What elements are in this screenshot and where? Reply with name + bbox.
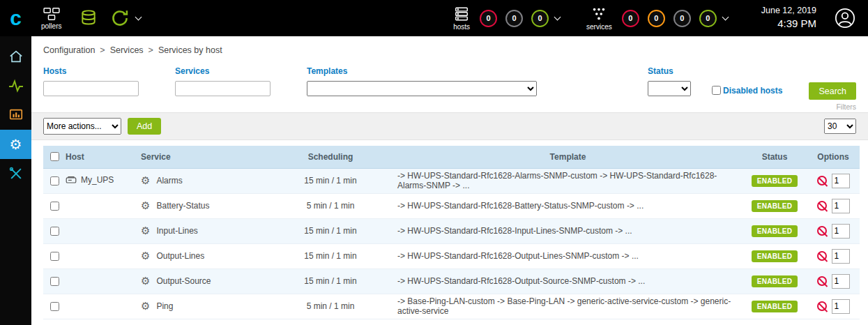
options-count-input[interactable] — [832, 299, 850, 314]
breadcrumb-item[interactable]: Configuration — [43, 45, 95, 55]
header-scheduling[interactable]: Scheduling — [268, 146, 393, 168]
templates-filter-select[interactable] — [307, 81, 537, 96]
table-row: My_UPS ⚙ Alarms 15 min / 1 min -> HW-UPS… — [43, 168, 860, 193]
header-template[interactable]: Template — [393, 146, 743, 168]
filter-panel: Hosts Services Templates Status — [31, 62, 868, 112]
template-chain: -> HW-UPS-Standard-Rfc1628-Input-Lines-S… — [393, 218, 743, 243]
service-name[interactable]: Battery-Status — [156, 201, 209, 211]
status-counter[interactable]: 0 — [531, 10, 549, 27]
add-button[interactable]: Add — [128, 118, 161, 135]
service-gear-icon: ⚙ — [141, 200, 150, 211]
row-checkbox[interactable] — [50, 202, 59, 211]
gear-icon: ⚙ — [10, 137, 22, 151]
template-chain: -> HW-UPS-Standard-Rfc1628-Output-Source… — [393, 269, 743, 294]
breadcrumb-item[interactable]: Services — [110, 45, 144, 55]
disable-icon[interactable] — [817, 276, 827, 286]
status-counter[interactable]: 0 — [648, 10, 665, 27]
hosts-menu[interactable]: hosts — [453, 6, 470, 31]
disable-icon[interactable] — [817, 176, 827, 186]
options-count-input[interactable] — [832, 199, 850, 213]
options-count-input[interactable] — [832, 224, 850, 239]
disable-icon[interactable] — [817, 201, 827, 211]
topbar: c pollers hosts 000 — [0, 0, 868, 36]
table-row: ⚙ Input-Lines 15 min / 1 min -> HW-UPS-S… — [43, 218, 860, 243]
disabled-hosts-label[interactable]: Disabled hosts — [723, 86, 782, 96]
header-service[interactable]: Service — [137, 146, 268, 168]
service-name[interactable]: Output-Lines — [156, 251, 204, 261]
service-name[interactable]: Output-Source — [156, 276, 211, 286]
template-chain: -> HW-UPS-Standard-Rfc1628-Alarms-SNMP-c… — [393, 168, 743, 193]
row-checkbox[interactable] — [50, 252, 59, 261]
services-filter-input[interactable] — [175, 81, 271, 96]
status-counter[interactable]: 0 — [480, 10, 497, 27]
status-counter[interactable]: 0 — [622, 10, 639, 27]
main-content: Configuration>Services>Services by host … — [31, 36, 868, 325]
row-checkbox[interactable] — [50, 227, 59, 236]
page-size-select[interactable]: 30 — [824, 119, 856, 134]
status-counter[interactable]: 0 — [673, 10, 691, 27]
service-gear-icon: ⚙ — [141, 225, 150, 236]
centreon-logo[interactable]: c — [0, 0, 31, 36]
scheduling-value: 15 min / 1 min — [268, 168, 393, 193]
select-all-checkbox[interactable] — [50, 152, 59, 161]
disable-icon[interactable] — [817, 301, 827, 311]
row-checkbox[interactable] — [50, 302, 59, 311]
search-button[interactable]: Search — [809, 82, 856, 100]
database-icon[interactable] — [79, 9, 98, 27]
sidebar-item-administration[interactable] — [0, 159, 31, 188]
status-badge: ENABLED — [752, 250, 798, 262]
status-filter-select[interactable] — [648, 81, 691, 96]
service-gear-icon: ⚙ — [141, 175, 150, 186]
services-summary: services 0000 — [586, 6, 728, 31]
breadcrumb-item[interactable]: Services by host — [158, 45, 222, 55]
hosts-filter-label: Hosts — [43, 66, 139, 76]
header-status[interactable]: Status — [743, 146, 807, 168]
template-chain: -> HW-UPS-Standard-Rfc1628-Output-Lines-… — [393, 243, 743, 269]
status-badge: ENABLED — [752, 275, 798, 287]
pollers-status[interactable]: pollers — [41, 7, 61, 30]
scheduling-value: 5 min / 1 min — [268, 294, 393, 319]
service-gear-icon: ⚙ — [141, 301, 150, 311]
sync-status-icon[interactable] — [110, 8, 130, 28]
chevron-down-icon[interactable] — [135, 14, 142, 21]
sidebar-item-reporting[interactable] — [0, 100, 31, 130]
current-date: June 12, 2019 — [761, 5, 816, 17]
table-header-row: Host Service Scheduling Template Status … — [43, 146, 860, 168]
service-name[interactable]: Alarms — [156, 176, 182, 186]
templates-filter-label: Templates — [307, 66, 537, 76]
host-label[interactable]: My_UPS — [81, 175, 114, 185]
options-count-input[interactable] — [832, 274, 850, 289]
options-count-input[interactable] — [832, 174, 850, 188]
services-table: Host Service Scheduling Template Status … — [43, 146, 860, 319]
current-time: 4:39 PM — [761, 17, 816, 31]
service-name[interactable]: Ping — [156, 301, 173, 311]
table-row: ⚙ Battery-Status 5 min / 1 min -> HW-UPS… — [43, 193, 860, 218]
user-avatar[interactable] — [835, 8, 855, 29]
tools-icon — [8, 166, 24, 181]
service-name[interactable]: Input-Lines — [156, 226, 197, 236]
services-icon — [591, 6, 607, 22]
disabled-hosts-checkbox[interactable] — [712, 86, 721, 95]
hosts-filter-input[interactable] — [43, 81, 139, 96]
options-count-input[interactable] — [832, 249, 850, 264]
template-chain: -> Base-Ping-LAN-custom -> Base-Ping-LAN… — [393, 294, 743, 319]
status-counter[interactable]: 0 — [699, 10, 717, 27]
chevron-down-icon[interactable] — [554, 14, 561, 21]
sidebar-item-configuration[interactable]: ⚙ — [0, 130, 31, 159]
status-counter[interactable]: 0 — [505, 10, 523, 27]
services-menu[interactable]: services — [586, 6, 612, 31]
row-checkbox[interactable] — [50, 277, 59, 286]
scheduling-value: 15 min / 1 min — [268, 218, 393, 243]
more-actions-select[interactable]: More actions... — [43, 118, 121, 135]
row-checkbox[interactable] — [50, 176, 59, 186]
breadcrumb-separator: > — [100, 45, 105, 55]
status-filter-label: Status — [648, 66, 691, 76]
chevron-down-icon[interactable] — [722, 14, 729, 21]
pollers-icon — [43, 7, 61, 21]
sidebar-item-home[interactable] — [0, 42, 31, 71]
disable-icon[interactable] — [817, 226, 827, 236]
header-host[interactable]: Host — [61, 146, 137, 168]
sidebar-item-monitoring[interactable] — [0, 71, 31, 100]
disable-icon[interactable] — [817, 251, 827, 261]
filters-toggle-link[interactable]: Filters — [836, 103, 856, 111]
